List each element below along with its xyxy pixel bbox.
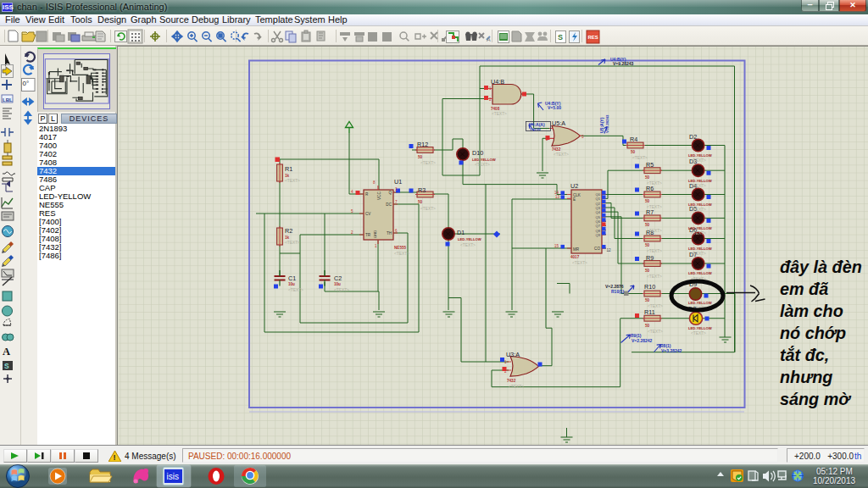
svg-text:LED-YELLOW: LED-YELLOW [688,226,712,230]
svg-text:<TEXT>: <TEXT> [691,158,706,163]
svg-text:15: 15 [554,244,559,248]
svg-text:Q0: Q0 [595,192,600,197]
svg-text:4: 4 [351,190,353,194]
svg-text:<TEXT>: <TEXT> [460,243,476,247]
svg-text:U5:A(Y): U5:A(Y) [599,117,604,133]
svg-text:VCC: VCC [377,191,381,200]
svg-text:7408: 7408 [491,107,500,111]
svg-text:10u: 10u [288,282,295,286]
svg-text:C2: C2 [334,274,342,282]
svg-text:nhưng: nhưng [780,368,832,386]
svg-text:50: 50 [645,298,650,302]
svg-text:làm cho: làm cho [780,302,843,320]
svg-text:sáng mờ: sáng mờ [780,390,852,408]
svg-text:<TEXT>: <TEXT> [394,252,409,256]
svg-text:S: S [4,362,9,370]
svg-text:S: S [558,33,563,42]
svg-text:1k: 1k [285,236,290,240]
svg-text:13: 13 [555,195,560,199]
svg-text:CV: CV [365,212,371,216]
svg-text:12: 12 [607,248,612,252]
svg-text:đây là đèn: đây là đèn [780,258,862,276]
svg-text:50: 50 [645,199,650,203]
svg-text:50: 50 [418,155,423,159]
svg-text:MR: MR [573,247,580,252]
svg-text:V=2.28242: V=2.28242 [632,338,653,343]
svg-text:TH: TH [387,231,392,236]
svg-text:LED-YELLOW: LED-YELLOW [458,237,481,241]
svg-text:NE555: NE555 [394,246,406,250]
svg-text:3: 3 [395,187,398,191]
svg-text:isis: isis [167,472,179,481]
svg-text:tắt đc,: tắt đc, [780,346,829,364]
svg-text:R5: R5 [646,161,654,169]
svg-text:50: 50 [645,324,650,328]
svg-text:1: 1 [489,86,492,91]
svg-text:1k: 1k [285,174,290,178]
svg-text:7: 7 [395,200,398,204]
svg-text:A: A [3,346,10,358]
svg-text:Q: Q [388,191,392,195]
svg-text:3: 3 [581,135,584,139]
svg-text:2: 2 [489,97,492,102]
svg-text:<TEXT>: <TEXT> [572,261,587,265]
svg-text:U5:A: U5:A [552,119,565,127]
svg-text:<TEXT>: <TEXT> [509,385,524,389]
svg-text:LED-YELLOW: LED-YELLOW [688,271,712,275]
svg-text:R10(1): R10(1) [611,289,625,294]
svg-text:Q4: Q4 [595,210,600,214]
svg-text:7432: 7432 [552,147,561,152]
svg-text:E: E [573,197,576,202]
svg-text:!: ! [114,453,116,462]
svg-text:0°: 0° [23,80,30,87]
svg-text:R2: R2 [285,227,292,235]
svg-text:V=5.00: V=5.00 [548,105,561,110]
svg-text:A: A [487,36,491,42]
svg-text:R1: R1 [285,165,292,173]
svg-text:<TEXT>: <TEXT> [632,156,648,160]
svg-text:R3: R3 [418,186,426,194]
svg-text:10u: 10u [334,282,341,286]
svg-text:U4:B: U4:B [491,78,504,86]
svg-text:Q2: Q2 [595,202,600,206]
svg-text:<TEXT>: <TEXT> [691,184,706,188]
svg-text:U2: U2 [570,182,578,190]
svg-text:LED-YELLOW: LED-YELLOW [688,326,712,330]
svg-text:GND: GND [373,230,377,238]
svg-text:<TEXT>: <TEXT> [647,249,662,253]
svg-text:50: 50 [645,175,650,180]
svg-text:<TEXT>: <TEXT> [492,112,507,116]
svg-text:<TEXT>: <TEXT> [691,231,706,236]
svg-text:LED-YELLOW: LED-YELLOW [688,202,712,207]
svg-text:R7: R7 [646,208,654,216]
svg-text:50: 50 [645,243,650,247]
svg-text:2: 2 [351,230,353,235]
svg-text:LBL: LBL [3,97,13,103]
svg-text:D2: D2 [689,133,697,141]
svg-text:<TEXT>: <TEXT> [420,207,436,211]
svg-text:2: 2 [546,137,548,141]
svg-text:<TEXT>: <TEXT> [285,179,300,183]
svg-text:8: 8 [373,180,376,185]
svg-text:C1: C1 [288,274,296,282]
svg-text:CO: CO [594,247,600,251]
svg-text:6: 6 [395,229,398,233]
svg-text:<TEXT>: <TEXT> [647,205,662,209]
svg-text:R9: R9 [646,254,654,262]
svg-text:U3:A: U3:A [506,351,520,358]
svg-text:<TEXT>: <TEXT> [648,304,663,308]
svg-text:Q5: Q5 [595,215,600,219]
svg-text:7432: 7432 [507,379,516,383]
svg-text:U1: U1 [394,178,402,186]
svg-text:50: 50 [418,200,423,204]
svg-text:50: 50 [645,269,650,273]
svg-text:LED-YELLOW: LED-YELLOW [688,179,712,183]
svg-text:DC: DC [386,202,392,207]
svg-text:1: 1 [375,244,377,248]
svg-text:<TEXT>: <TEXT> [420,161,436,165]
svg-text:CLK: CLK [573,193,581,197]
svg-text:50: 50 [645,223,650,227]
svg-text:<TEXT>: <TEXT> [691,208,706,212]
svg-text:nó chớp: nó chớp [780,324,846,342]
svg-text:<TEXT>: <TEXT> [334,288,349,292]
